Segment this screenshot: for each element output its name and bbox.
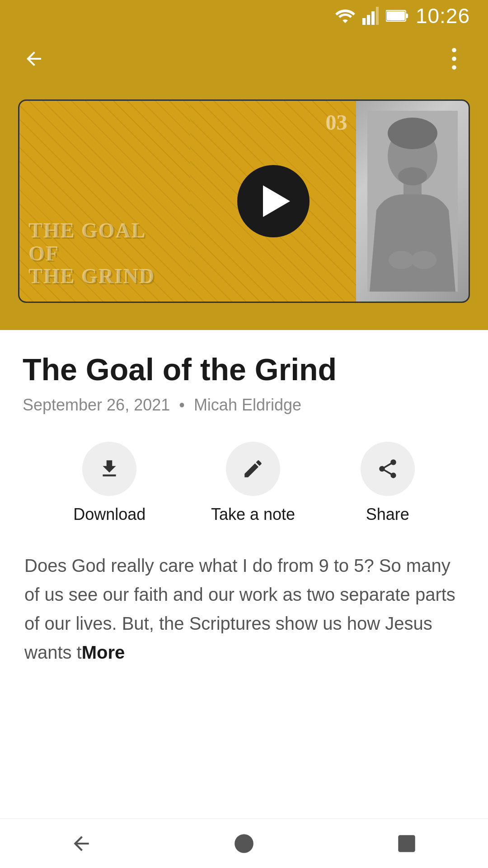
header (0, 32, 488, 86)
share-label: Share (366, 505, 409, 524)
more-link[interactable]: More (82, 642, 125, 662)
episode-number: 03 (325, 110, 347, 135)
svg-point-14 (389, 251, 414, 269)
svg-rect-6 (387, 11, 405, 20)
take-note-action[interactable]: Take a note (211, 442, 295, 524)
thumbnail-center-panel: 03 (190, 101, 357, 302)
meta-separator: • (179, 396, 185, 414)
battery-icon (386, 9, 408, 23)
svg-point-8 (452, 57, 456, 61)
nav-square-button[interactable] (389, 826, 425, 862)
svg-rect-1 (367, 15, 370, 25)
speaker-silhouette (367, 111, 458, 292)
take-note-label: Take a note (211, 505, 295, 524)
action-buttons: Download Take a note Share (23, 442, 465, 524)
signal-icon (362, 7, 379, 25)
svg-point-17 (235, 834, 253, 853)
more-dots-icon (451, 48, 457, 70)
svg-rect-2 (371, 11, 375, 25)
sermon-title: The Goal of the Grind (23, 353, 465, 387)
take-note-circle (226, 442, 280, 496)
thumbnail-title: THE GOAL OF THE GRIND (28, 219, 181, 288)
svg-point-9 (452, 65, 456, 70)
bottom-navigation (0, 818, 488, 868)
status-bar: 10:26 (0, 0, 488, 32)
download-circle (82, 442, 136, 496)
video-container: THE GOAL OF THE GRIND 03 (0, 86, 488, 330)
download-action[interactable]: Download (73, 442, 145, 524)
svg-rect-0 (362, 18, 366, 25)
nav-home-button[interactable] (226, 826, 262, 862)
nav-square-icon (395, 832, 418, 855)
more-options-button[interactable] (438, 43, 470, 75)
share-icon (376, 458, 399, 480)
nav-back-icon (70, 832, 93, 855)
sermon-date: September 26, 2021 (23, 396, 170, 414)
share-action[interactable]: Share (361, 442, 415, 524)
download-icon (98, 458, 121, 480)
status-icons: 10:26 (335, 4, 470, 28)
sermon-meta: September 26, 2021 • Micah Eldridge (23, 396, 465, 415)
back-arrow-icon (23, 48, 45, 70)
wifi-icon (335, 9, 355, 23)
svg-rect-18 (398, 835, 415, 852)
sermon-speaker: Micah Eldridge (194, 396, 301, 414)
sermon-description: Does God really care what I do from 9 to… (23, 551, 465, 667)
svg-point-12 (388, 118, 437, 149)
pencil-icon (242, 458, 264, 480)
thumbnail-speaker-photo (356, 101, 469, 302)
svg-rect-3 (376, 7, 379, 25)
download-label: Download (73, 505, 145, 524)
content-area: The Goal of the Grind September 26, 2021… (0, 330, 488, 685)
nav-back-button[interactable] (63, 826, 99, 862)
back-button[interactable] (18, 43, 50, 75)
status-time: 10:26 (416, 4, 470, 28)
svg-rect-5 (406, 14, 408, 18)
svg-point-15 (411, 251, 436, 269)
share-circle (361, 442, 415, 496)
play-button[interactable] (237, 165, 310, 237)
thumbnail-left-panel: THE GOAL OF THE GRIND (19, 101, 190, 302)
svg-point-7 (452, 48, 456, 52)
svg-point-16 (398, 167, 427, 185)
video-thumbnail[interactable]: THE GOAL OF THE GRIND 03 (18, 99, 470, 303)
nav-circle-icon (233, 832, 255, 855)
